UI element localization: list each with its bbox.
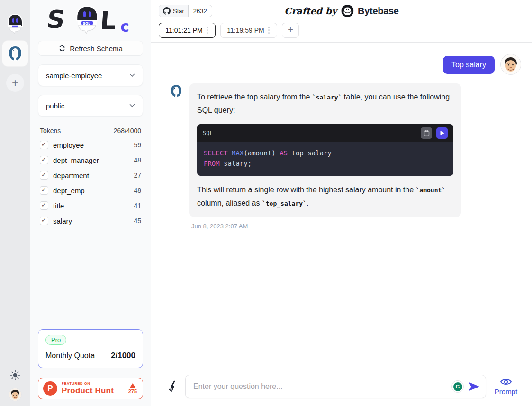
database-select-value: sample-employee [46, 72, 102, 80]
table-checkbox[interactable] [40, 201, 48, 210]
table-name: title [53, 202, 64, 210]
add-connection-button[interactable]: + [6, 74, 24, 92]
quota-card[interactable]: Pro Monthly Quota 2/1000 [38, 329, 143, 368]
table-token-count: 45 [134, 217, 141, 225]
code-block-header: SQL [197, 124, 453, 142]
schema-select-value: public [46, 102, 64, 110]
kebab-menu-icon[interactable] [206, 26, 209, 35]
schema-select[interactable]: public [38, 95, 143, 117]
table-list: employee 59 dept_manager 48 department 2… [38, 137, 143, 228]
code-line: SELECT MAX(amount) AS top_salary [204, 149, 332, 157]
quota-value: 2/1000 [111, 351, 135, 361]
message-timestamp: Jun 8, 2023 2:07 AM [191, 223, 461, 230]
prompt-button[interactable]: Prompt [492, 378, 520, 396]
message-area: Top salary [151, 43, 532, 371]
copy-code-button[interactable] [421, 127, 432, 139]
conversation-tab[interactable]: 11:19:59 PM [220, 23, 277, 38]
sqlchat-logo: S SQL L c [38, 0, 143, 41]
upvote-count: 275 [128, 388, 137, 394]
question-input[interactable] [193, 382, 452, 391]
postgres-icon [6, 45, 24, 63]
table-row: department 27 [38, 168, 143, 183]
schema-sidebar: S SQL L c Refresh Schema sample-employee [30, 0, 151, 406]
conversation-tabs: 11:01:21 PM 11:19:59 PM + [159, 18, 524, 42]
table-checkbox[interactable] [40, 217, 48, 225]
table-row: dept_manager 48 [38, 153, 143, 168]
chat-main: Star 2632 Crafted by Bytebase 11:01:21 P… [151, 0, 532, 406]
svg-text:c: c [120, 18, 129, 36]
crafted-by[interactable]: Crafted by Bytebase [284, 5, 398, 17]
theme-toggle-sun-icon[interactable] [10, 370, 20, 380]
table-checkbox[interactable] [40, 141, 48, 149]
kebab-menu-icon[interactable] [267, 26, 271, 35]
table-name: dept_emp [53, 187, 85, 195]
table-token-count: 48 [134, 187, 141, 194]
crafted-by-text: Crafted by [284, 6, 337, 16]
code-line: FROM salary; [204, 160, 252, 167]
new-conversation-button[interactable]: + [282, 23, 299, 38]
svg-text:SQL: SQL [83, 22, 90, 26]
main-header: Star 2632 Crafted by Bytebase 11:01:21 P… [151, 0, 532, 43]
play-icon [440, 130, 445, 136]
prompt-label: Prompt [495, 388, 517, 396]
table-row: employee 59 [38, 137, 143, 153]
table-token-count: 48 [134, 156, 141, 164]
tokens-value: 268/4000 [114, 127, 141, 135]
refresh-schema-label: Refresh Schema [70, 45, 123, 53]
assistant-paragraph: To retrieve the top salary from the `sal… [197, 90, 453, 117]
user-avatar [500, 54, 521, 75]
code-language-label: SQL [203, 128, 213, 138]
github-icon [163, 7, 171, 15]
grammarly-icon[interactable]: G [452, 381, 463, 392]
table-token-count: 27 [134, 171, 141, 179]
table-token-count: 41 [134, 202, 141, 209]
conversation-tab-label: 11:19:59 PM [227, 27, 264, 34]
svg-text:L: L [99, 6, 117, 35]
product-hunt-badge[interactable]: P FEATURED ON Product Hunt 275 [38, 378, 143, 399]
send-icon [468, 381, 480, 392]
bytebase-logo-icon [341, 5, 353, 17]
database-select[interactable]: sample-employee [38, 64, 143, 86]
assistant-postgres-avatar [169, 83, 184, 99]
table-checkbox[interactable] [40, 171, 48, 180]
connection-item-postgres[interactable] [2, 41, 28, 66]
refresh-icon [58, 45, 66, 52]
table-name: department [53, 171, 89, 180]
table-checkbox[interactable] [40, 156, 48, 164]
bytebase-name: Bytebase [358, 6, 399, 17]
inline-code: `salary` [312, 94, 342, 101]
connection-rail: + [0, 0, 30, 406]
run-query-button[interactable] [436, 127, 448, 139]
broom-icon [167, 380, 179, 393]
inline-code: `amount` [416, 187, 446, 194]
conversation-tab-active[interactable]: 11:01:21 PM [159, 23, 216, 38]
send-button[interactable] [468, 381, 480, 392]
sqlchat-robot-icon[interactable] [6, 13, 25, 36]
quota-label: Monthly Quota [45, 352, 95, 360]
sql-code-block: SQL [197, 124, 453, 176]
conversation-tab-label: 11:01:21 PM [165, 27, 202, 34]
pro-badge: Pro [45, 335, 66, 345]
user-message-bubble: Top salary [443, 56, 495, 74]
table-checkbox[interactable] [40, 186, 48, 195]
table-row: title 41 [38, 198, 143, 213]
star-count: 2632 [189, 5, 212, 17]
product-hunt-logo-icon: P [43, 381, 57, 396]
assistant-paragraph: This will return a single row with the h… [197, 183, 453, 210]
eye-icon [500, 378, 512, 386]
account-avatar[interactable] [9, 388, 22, 401]
product-hunt-name: Product Hunt [62, 386, 114, 396]
table-row: salary 45 [38, 213, 143, 228]
chevron-down-icon [129, 73, 135, 77]
star-label: Star [173, 8, 184, 15]
tokens-label: Tokens [40, 127, 61, 135]
code-body: SELECT MAX(amount) AS top_salary FROM sa… [197, 142, 453, 176]
input-bar: G Prompt [151, 371, 532, 406]
svg-text:S: S [45, 5, 67, 34]
refresh-schema-button[interactable]: Refresh Schema [38, 41, 143, 56]
github-star-button[interactable]: Star 2632 [159, 5, 212, 17]
table-name: salary [53, 217, 72, 225]
clear-conversation-button[interactable] [167, 380, 179, 393]
assistant-message-bubble: To retrieve the top salary from the `sal… [189, 83, 461, 217]
table-row: dept_emp 48 [38, 183, 143, 198]
